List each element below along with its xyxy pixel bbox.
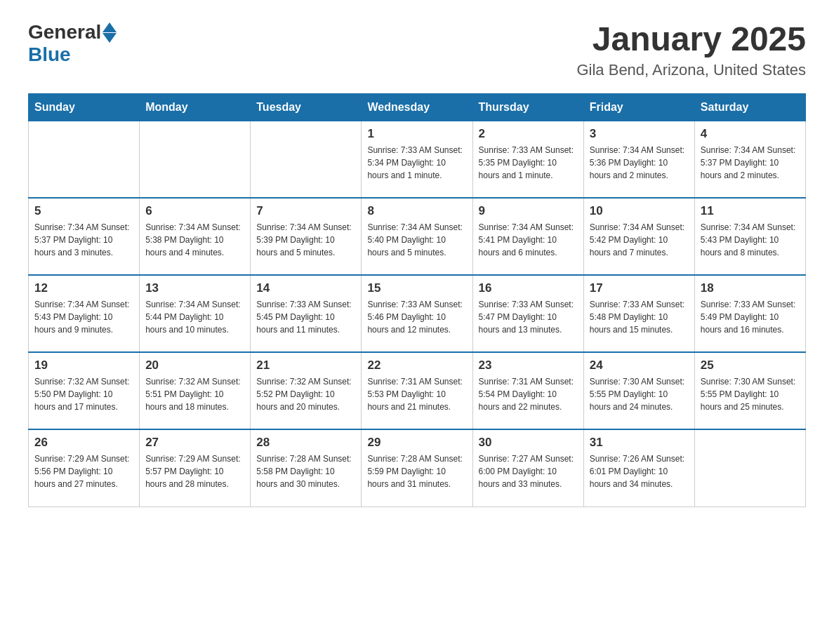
day-info: Sunrise: 7:32 AM Sunset: 5:51 PM Dayligh… [145, 375, 244, 413]
day-info: Sunrise: 7:33 AM Sunset: 5:48 PM Dayligh… [590, 298, 689, 336]
day-number: 13 [145, 281, 244, 295]
calendar-cell: 5Sunrise: 7:34 AM Sunset: 5:37 PM Daylig… [29, 198, 140, 275]
day-number: 6 [145, 204, 244, 218]
day-number: 22 [367, 358, 466, 373]
day-info: Sunrise: 7:34 AM Sunset: 5:36 PM Dayligh… [590, 144, 689, 182]
day-number: 3 [590, 127, 689, 141]
calendar-cell: 14Sunrise: 7:33 AM Sunset: 5:45 PM Dayli… [251, 275, 362, 352]
day-number: 9 [479, 204, 578, 218]
calendar-cell: 13Sunrise: 7:34 AM Sunset: 5:44 PM Dayli… [140, 275, 251, 352]
day-of-week-header: Friday [583, 93, 694, 121]
calendar-cell: 26Sunrise: 7:29 AM Sunset: 5:56 PM Dayli… [29, 429, 140, 507]
day-number: 7 [256, 204, 355, 218]
day-number: 27 [145, 436, 244, 450]
day-info: Sunrise: 7:33 AM Sunset: 5:45 PM Dayligh… [256, 298, 355, 336]
calendar-cell: 17Sunrise: 7:33 AM Sunset: 5:48 PM Dayli… [583, 275, 694, 352]
calendar-cell [251, 121, 362, 198]
day-number: 17 [590, 281, 689, 295]
day-info: Sunrise: 7:28 AM Sunset: 5:58 PM Dayligh… [256, 452, 355, 490]
calendar-cell: 19Sunrise: 7:32 AM Sunset: 5:50 PM Dayli… [29, 352, 140, 429]
calendar-subtitle: Gila Bend, Arizona, United States [576, 61, 806, 79]
day-number: 1 [367, 127, 466, 141]
day-number: 31 [590, 436, 689, 450]
calendar-cell: 6Sunrise: 7:34 AM Sunset: 5:38 PM Daylig… [140, 198, 251, 275]
day-info: Sunrise: 7:31 AM Sunset: 5:53 PM Dayligh… [367, 375, 466, 413]
calendar-title: January 2025 [576, 21, 806, 58]
calendar-cell: 31Sunrise: 7:26 AM Sunset: 6:01 PM Dayli… [583, 429, 694, 507]
day-number: 12 [34, 281, 133, 295]
calendar-cell: 18Sunrise: 7:33 AM Sunset: 5:49 PM Dayli… [694, 275, 805, 352]
calendar-cell [140, 121, 251, 198]
calendar-cell: 22Sunrise: 7:31 AM Sunset: 5:53 PM Dayli… [362, 352, 472, 429]
calendar-table: SundayMondayTuesdayWednesdayThursdayFrid… [28, 93, 806, 507]
calendar-cell: 11Sunrise: 7:34 AM Sunset: 5:43 PM Dayli… [694, 198, 805, 275]
day-info: Sunrise: 7:27 AM Sunset: 6:00 PM Dayligh… [479, 452, 578, 490]
calendar-week-row: 19Sunrise: 7:32 AM Sunset: 5:50 PM Dayli… [29, 352, 806, 429]
day-of-week-header: Tuesday [251, 93, 362, 121]
day-info: Sunrise: 7:34 AM Sunset: 5:43 PM Dayligh… [34, 298, 133, 336]
day-number: 10 [590, 204, 689, 218]
day-info: Sunrise: 7:32 AM Sunset: 5:50 PM Dayligh… [34, 375, 133, 413]
calendar-week-row: 26Sunrise: 7:29 AM Sunset: 5:56 PM Dayli… [29, 429, 806, 507]
calendar-cell: 9Sunrise: 7:34 AM Sunset: 5:41 PM Daylig… [472, 198, 583, 275]
day-number: 16 [479, 281, 578, 295]
day-of-week-header: Saturday [694, 93, 805, 121]
logo: General Blue [28, 21, 117, 66]
day-of-week-header: Wednesday [362, 93, 472, 121]
day-info: Sunrise: 7:29 AM Sunset: 5:57 PM Dayligh… [145, 452, 244, 490]
day-number: 5 [34, 204, 133, 218]
day-number: 21 [256, 358, 355, 373]
calendar-cell: 2Sunrise: 7:33 AM Sunset: 5:35 PM Daylig… [472, 121, 583, 198]
calendar-week-row: 5Sunrise: 7:34 AM Sunset: 5:37 PM Daylig… [29, 198, 806, 275]
day-info: Sunrise: 7:31 AM Sunset: 5:54 PM Dayligh… [479, 375, 578, 413]
calendar-week-row: 12Sunrise: 7:34 AM Sunset: 5:43 PM Dayli… [29, 275, 806, 352]
day-info: Sunrise: 7:34 AM Sunset: 5:37 PM Dayligh… [34, 221, 133, 259]
calendar-cell: 10Sunrise: 7:34 AM Sunset: 5:42 PM Dayli… [583, 198, 694, 275]
day-info: Sunrise: 7:30 AM Sunset: 5:55 PM Dayligh… [701, 375, 800, 413]
day-number: 29 [367, 436, 466, 450]
day-number: 18 [701, 281, 800, 295]
day-info: Sunrise: 7:33 AM Sunset: 5:47 PM Dayligh… [479, 298, 578, 336]
day-info: Sunrise: 7:29 AM Sunset: 5:56 PM Dayligh… [34, 452, 133, 490]
calendar-cell: 30Sunrise: 7:27 AM Sunset: 6:00 PM Dayli… [472, 429, 583, 507]
day-info: Sunrise: 7:34 AM Sunset: 5:37 PM Dayligh… [701, 144, 800, 182]
calendar-cell [694, 429, 805, 507]
logo-blue-text: Blue [28, 43, 71, 66]
day-number: 28 [256, 436, 355, 450]
day-number: 23 [479, 358, 578, 373]
calendar-cell: 3Sunrise: 7:34 AM Sunset: 5:36 PM Daylig… [583, 121, 694, 198]
day-number: 4 [701, 127, 800, 141]
day-info: Sunrise: 7:34 AM Sunset: 5:41 PM Dayligh… [479, 221, 578, 259]
calendar-cell: 7Sunrise: 7:34 AM Sunset: 5:39 PM Daylig… [251, 198, 362, 275]
calendar-cell: 25Sunrise: 7:30 AM Sunset: 5:55 PM Dayli… [694, 352, 805, 429]
calendar-cell: 29Sunrise: 7:28 AM Sunset: 5:59 PM Dayli… [362, 429, 472, 507]
calendar-cell [29, 121, 140, 198]
day-info: Sunrise: 7:30 AM Sunset: 5:55 PM Dayligh… [590, 375, 689, 413]
calendar-cell: 24Sunrise: 7:30 AM Sunset: 5:55 PM Dayli… [583, 352, 694, 429]
day-of-week-header: Sunday [29, 93, 140, 121]
day-number: 20 [145, 358, 244, 373]
calendar-cell: 4Sunrise: 7:34 AM Sunset: 5:37 PM Daylig… [694, 121, 805, 198]
day-info: Sunrise: 7:34 AM Sunset: 5:38 PM Dayligh… [145, 221, 244, 259]
day-info: Sunrise: 7:28 AM Sunset: 5:59 PM Dayligh… [367, 452, 466, 490]
day-of-week-header: Monday [140, 93, 251, 121]
calendar-cell: 27Sunrise: 7:29 AM Sunset: 5:57 PM Dayli… [140, 429, 251, 507]
day-number: 19 [34, 358, 133, 373]
title-block: January 2025 Gila Bend, Arizona, United … [576, 21, 806, 79]
day-info: Sunrise: 7:34 AM Sunset: 5:42 PM Dayligh… [590, 221, 689, 259]
day-info: Sunrise: 7:26 AM Sunset: 6:01 PM Dayligh… [590, 452, 689, 490]
day-info: Sunrise: 7:34 AM Sunset: 5:40 PM Dayligh… [367, 221, 466, 259]
day-info: Sunrise: 7:33 AM Sunset: 5:34 PM Dayligh… [367, 144, 466, 182]
day-info: Sunrise: 7:33 AM Sunset: 5:46 PM Dayligh… [367, 298, 466, 336]
day-number: 2 [479, 127, 578, 141]
day-number: 24 [590, 358, 689, 373]
calendar-week-row: 1Sunrise: 7:33 AM Sunset: 5:34 PM Daylig… [29, 121, 806, 198]
calendar-cell: 1Sunrise: 7:33 AM Sunset: 5:34 PM Daylig… [362, 121, 472, 198]
page-header: General Blue January 2025 Gila Bend, Ari… [28, 21, 806, 79]
day-of-week-header: Thursday [472, 93, 583, 121]
logo-general-text: General [28, 21, 101, 43]
calendar-cell: 21Sunrise: 7:32 AM Sunset: 5:52 PM Dayli… [251, 352, 362, 429]
day-info: Sunrise: 7:33 AM Sunset: 5:35 PM Dayligh… [479, 144, 578, 182]
day-number: 30 [479, 436, 578, 450]
calendar-cell: 23Sunrise: 7:31 AM Sunset: 5:54 PM Dayli… [472, 352, 583, 429]
